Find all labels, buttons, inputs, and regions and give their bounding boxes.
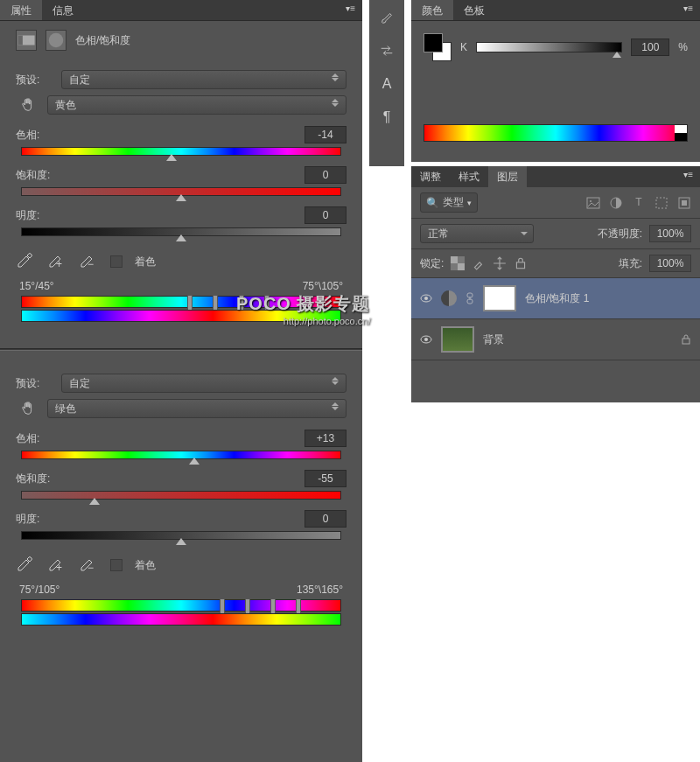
brush-tool-icon[interactable] xyxy=(376,7,397,28)
filter-text-icon[interactable]: T xyxy=(632,196,646,210)
tab-layers[interactable]: 图层 xyxy=(488,166,527,187)
brightness-value[interactable]: 0 xyxy=(304,206,346,224)
saturation-value-2[interactable]: -55 xyxy=(304,470,346,487)
lock-icon xyxy=(681,333,691,346)
tab-color[interactable]: 颜色 xyxy=(411,0,453,20)
layer-name[interactable]: 色相/饱和度 1 xyxy=(525,291,589,306)
svg-rect-12 xyxy=(682,200,687,206)
filter-image-icon[interactable] xyxy=(586,196,600,210)
range-left-label: 15°/45° xyxy=(19,280,54,292)
k-label: K xyxy=(460,41,467,53)
svg-rect-10 xyxy=(656,198,667,208)
spectrum-picker[interactable] xyxy=(424,124,688,142)
filter-smartobj-icon[interactable] xyxy=(677,196,691,210)
brightness-value-2[interactable]: 0 xyxy=(304,510,346,528)
panel-divider xyxy=(0,348,362,351)
tab-styles[interactable]: 样式 xyxy=(450,166,488,187)
svg-rect-15 xyxy=(458,263,465,270)
layers-panel-menu-icon[interactable]: ▾≡ xyxy=(676,166,700,187)
mask-icon[interactable] xyxy=(46,30,66,51)
eyedropper-subtract-icon[interactable]: − xyxy=(79,252,98,271)
layer-thumb[interactable] xyxy=(441,326,474,353)
opacity-value[interactable]: 100% xyxy=(649,225,691,242)
range-left-label-2: 75°/105° xyxy=(19,584,60,596)
colorize-checkbox-2[interactable] xyxy=(110,559,122,571)
saturation-value[interactable]: 0 xyxy=(304,166,346,184)
k-percent: % xyxy=(678,41,688,53)
filter-adjustment-icon[interactable] xyxy=(609,196,623,210)
brightness-label: 明度: xyxy=(16,208,39,223)
svg-rect-1 xyxy=(18,36,23,45)
lock-paint-icon[interactable] xyxy=(472,256,486,270)
svg-point-8 xyxy=(590,200,592,202)
hue-slider[interactable] xyxy=(21,147,341,156)
blend-mode-dropdown[interactable]: 正常 xyxy=(420,224,534,243)
lock-position-icon[interactable] xyxy=(493,256,507,270)
paragraph-icon[interactable]: ¶ xyxy=(376,107,397,128)
filter-shape-icon[interactable] xyxy=(654,196,668,210)
blank-area xyxy=(385,402,700,762)
hand-icon-2[interactable] xyxy=(16,398,40,419)
preset-dropdown-2[interactable]: 自定 xyxy=(61,374,346,393)
tab-swatches[interactable]: 色板 xyxy=(453,0,495,20)
svg-text:+: + xyxy=(56,562,62,573)
hand-icon[interactable] xyxy=(16,94,40,115)
colorize-checkbox[interactable] xyxy=(110,255,122,268)
lock-all-icon[interactable] xyxy=(514,256,528,270)
saturation-slider-2[interactable] xyxy=(21,491,341,500)
eyedropper-icon-2[interactable] xyxy=(16,556,35,575)
watermark: POCO 摄影专题 http://photo.poco.cn/ xyxy=(236,292,370,326)
swap-icon[interactable] xyxy=(376,40,397,61)
lock-transparency-icon[interactable] xyxy=(451,256,465,270)
tab-adjustments[interactable]: 调整 xyxy=(411,166,450,187)
tab-properties[interactable]: 属性 xyxy=(0,0,42,20)
preset-label-2: 预设: xyxy=(16,376,54,391)
color-channel-dropdown-2[interactable]: 绿色 xyxy=(47,399,346,418)
tab-info[interactable]: 信息 xyxy=(42,0,84,20)
eyedropper-add-icon[interactable]: + xyxy=(47,252,66,271)
svg-text:+: + xyxy=(56,258,62,269)
saturation-slider[interactable] xyxy=(21,187,341,196)
eyedropper-subtract-icon-2[interactable]: − xyxy=(79,556,98,575)
opacity-label: 不透明度: xyxy=(598,227,642,241)
hue-slider-2[interactable] xyxy=(21,451,341,459)
svg-point-2 xyxy=(49,33,64,48)
layer-mask-thumb[interactable] xyxy=(483,285,516,311)
k-value[interactable]: 100 xyxy=(631,38,669,56)
visibility-icon[interactable] xyxy=(420,333,432,346)
svg-point-23 xyxy=(424,338,428,341)
saturation-label-2: 饱和度: xyxy=(16,472,50,486)
adjustment-type-icon xyxy=(16,30,37,51)
spectrum-top-2[interactable] xyxy=(21,599,341,612)
k-slider[interactable] xyxy=(476,42,622,52)
svg-rect-16 xyxy=(517,262,525,269)
brightness-label-2: 明度: xyxy=(16,512,39,527)
visibility-icon[interactable] xyxy=(420,292,432,304)
text-tool-icon[interactable]: A xyxy=(376,73,397,94)
eyedropper-add-icon-2[interactable]: + xyxy=(47,556,66,575)
layer-item-huesat[interactable]: 色相/饱和度 1 xyxy=(411,278,700,319)
adjustment-title: 色相/饱和度 xyxy=(75,33,130,48)
foreground-background-swatch[interactable] xyxy=(424,33,452,61)
fill-label: 填充: xyxy=(619,256,642,271)
preset-dropdown[interactable]: 自定 xyxy=(61,70,346,89)
layer-item-background[interactable]: 背景 xyxy=(411,319,700,360)
hue-value[interactable]: -14 xyxy=(304,126,346,143)
panel-menu-icon[interactable]: ▾≡ xyxy=(339,0,362,20)
brightness-slider[interactable] xyxy=(21,227,341,236)
saturation-label: 饱和度: xyxy=(16,168,50,183)
range-right-label: 75°\105° xyxy=(303,280,343,292)
adjustment-layer-icon xyxy=(441,290,457,306)
color-channel-dropdown[interactable]: 黄色 xyxy=(47,95,346,115)
range-right-label-2: 135°\165° xyxy=(297,584,343,596)
brightness-slider-2[interactable] xyxy=(21,531,341,540)
layer-name[interactable]: 背景 xyxy=(483,332,504,347)
colorize-label: 着色 xyxy=(135,255,156,269)
hue-value-2[interactable]: +13 xyxy=(304,430,346,447)
search-icon: 🔍 xyxy=(426,197,439,209)
layer-filter-dropdown[interactable]: 🔍 类型 ▾ xyxy=(420,192,478,213)
eyedropper-icon[interactable] xyxy=(16,252,35,271)
color-panel-menu-icon[interactable]: ▾≡ xyxy=(676,0,700,20)
svg-rect-14 xyxy=(451,256,458,263)
fill-value[interactable]: 100% xyxy=(649,255,691,272)
